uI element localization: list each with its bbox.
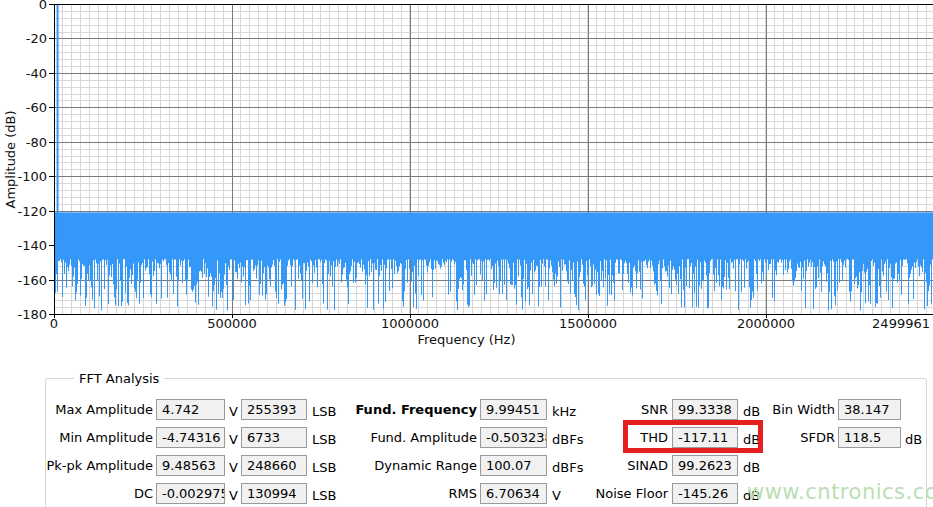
unit-label: V xyxy=(229,460,238,476)
field-label: Min Amplitude xyxy=(10,430,153,446)
y-tick-label: -20 xyxy=(7,32,47,45)
field-value[interactable]: -0.503238 xyxy=(480,427,547,448)
field-value-volts[interactable]: 9.48563 xyxy=(156,455,225,476)
unit-label: V xyxy=(229,404,238,420)
field-value-volts[interactable]: 4.742 xyxy=(156,399,225,420)
unit-label: LSB xyxy=(312,404,336,420)
field-label: SNR xyxy=(555,402,668,418)
field-label: Pk-pk Amplitude xyxy=(10,458,153,474)
x-tick-label: 2000000 xyxy=(737,317,795,330)
field-value[interactable]: 9.99451 xyxy=(480,399,547,420)
unit-label: LSB xyxy=(312,460,336,476)
field-value-lsb[interactable]: 255393 xyxy=(241,399,307,420)
field-value[interactable]: 38.147 xyxy=(838,399,901,420)
unit-label: dB xyxy=(905,432,922,448)
unit-label: LSB xyxy=(312,488,336,504)
field-label: Dynamic Range xyxy=(340,458,477,474)
field-value-lsb[interactable]: 248660 xyxy=(241,455,307,476)
field-label: DC xyxy=(10,486,153,502)
field-value[interactable]: 6.70634 xyxy=(480,483,547,504)
y-tick-label: -140 xyxy=(7,239,47,252)
x-tick-label: 500000 xyxy=(207,317,257,330)
field-value[interactable]: 118.5 xyxy=(838,427,901,448)
x-tick-label: 1000000 xyxy=(381,317,439,330)
unit-label: dB xyxy=(743,460,760,476)
field-value[interactable]: 99.2623 xyxy=(672,455,738,476)
field-label: Max Amplitude xyxy=(10,402,153,418)
watermark-text: www.cntronics.com xyxy=(747,480,933,504)
field-value-volts[interactable]: -0.002975 xyxy=(156,483,225,504)
field-value[interactable]: 100.07 xyxy=(480,455,547,476)
x-tick-label: 1500000 xyxy=(559,317,617,330)
field-label: SINAD xyxy=(555,458,668,474)
unit-label: LSB xyxy=(312,432,336,448)
fft-spectrum-chart: 0-20-40-60-80-100-120-140-160-180 050000… xyxy=(0,0,933,352)
spectrum-plot-area xyxy=(0,0,933,352)
field-label: Bin Width xyxy=(742,402,835,418)
groupbox-title: FFT Analysis xyxy=(74,371,164,386)
thd-highlight-frame xyxy=(623,420,763,453)
unit-label: V xyxy=(229,488,238,504)
field-label: Noise Floor xyxy=(555,486,668,502)
x-tick-label: 0 xyxy=(50,317,58,330)
y-tick-label: -180 xyxy=(7,308,47,321)
field-label: Fund. Amplitude xyxy=(340,430,477,446)
field-label: Fund. Frequency xyxy=(340,402,477,418)
field-label: RMS xyxy=(340,486,477,502)
field-value-lsb[interactable]: 130994 xyxy=(241,483,307,504)
x-axis-title: Frequency (Hz) xyxy=(0,332,933,347)
y-tick-label: 0 xyxy=(7,0,47,11)
field-value-lsb[interactable]: 6733 xyxy=(241,427,307,448)
x-tick-label: 2499961 xyxy=(872,317,930,330)
field-value[interactable]: -145.26 xyxy=(672,483,738,504)
fft-analyzer-window: 0-20-40-60-80-100-120-140-160-180 050000… xyxy=(0,0,933,507)
y-tick-label: -40 xyxy=(7,67,47,80)
y-tick-label: -160 xyxy=(7,274,47,287)
field-value[interactable]: 99.3338 xyxy=(672,399,738,420)
y-axis-title: Amplitude (dB) xyxy=(3,113,18,209)
unit-label: V xyxy=(229,432,238,448)
field-value-volts[interactable]: -4.74316 xyxy=(156,427,225,448)
